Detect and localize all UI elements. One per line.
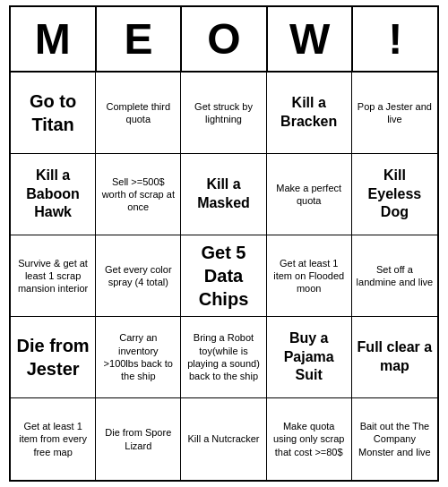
bingo-cell-2: Complete third quota [96,73,181,154]
bingo-cell-5: Pop a Jester and live [352,73,437,154]
header-letter-O: O [182,7,268,71]
cell-text-22: Die from Spore Lizard [99,426,177,452]
bingo-cell-4: Kill a Bracken [267,73,352,154]
header-letter-W: W [268,7,354,71]
bingo-cell-7: Sell >=500$ worth of scrap at once [96,154,181,235]
cell-text-17: Carry an inventory >100lbs back to the s… [99,331,177,382]
bingo-card: MEOW! Go to TitanComplete third quotaGet… [9,5,439,482]
bingo-cell-13: Get 5 Data Chips [181,235,266,317]
bingo-cell-15: Set off a landmine and live [352,235,437,317]
cell-text-3: Get struck by lightning [185,100,262,126]
cell-text-2: Complete third quota [99,100,177,126]
bingo-cell-12: Get every color spray (4 total) [96,235,181,317]
cell-text-11: Survive & get at least 1 scrap mansion i… [14,257,91,295]
cell-text-13: Get 5 Data Chips [185,241,262,311]
bingo-cell-18: Bring a Robot toy(while is playing a sou… [181,317,266,398]
cell-text-1: Go to Titan [14,90,91,136]
cell-text-25: Bait out the The Company Monster and liv… [356,420,434,458]
bingo-cell-8: Kill a Masked [181,154,266,235]
header-letter-M: M [11,7,97,71]
header-letter-E: E [97,7,183,71]
bingo-cell-21: Get at least 1 item from every free map [11,398,96,480]
cell-text-15: Set off a landmine and live [356,263,434,289]
cell-text-14: Get at least 1 item on Flooded moon [271,257,348,295]
cell-text-23: Kill a Nutcracker [187,432,259,445]
bingo-cell-9: Make a perfect quota [267,154,352,235]
cell-text-8: Kill a Masked [185,175,262,213]
cell-text-24: Make quota using only scrap that cost >=… [271,420,348,458]
bingo-cell-24: Make quota using only scrap that cost >=… [267,398,352,480]
cell-text-7: Sell >=500$ worth of scrap at once [99,175,177,214]
cell-text-16: Die from Jester [14,334,91,380]
bingo-cell-14: Get at least 1 item on Flooded moon [267,235,352,317]
bingo-cell-20: Full clear a map [352,317,437,398]
cell-text-10: Kill Eyeless Dog [356,167,434,222]
bingo-cell-6: Kill a Baboon Hawk [11,154,96,235]
bingo-cell-23: Kill a Nutcracker [181,398,266,480]
bingo-cell-17: Carry an inventory >100lbs back to the s… [96,317,181,398]
bingo-header: MEOW! [11,7,437,73]
cell-text-21: Get at least 1 item from every free map [14,420,91,458]
cell-text-9: Make a perfect quota [271,182,348,208]
bingo-cell-22: Die from Spore Lizard [96,398,181,480]
bingo-cell-19: Buy a Pajama Suit [267,317,352,398]
cell-text-4: Kill a Bracken [271,94,348,132]
cell-text-19: Buy a Pajama Suit [271,329,348,385]
cell-text-18: Bring a Robot toy(while is playing a sou… [185,331,262,382]
header-letter-!: ! [353,7,437,71]
cell-text-5: Pop a Jester and live [356,100,434,126]
bingo-grid: Go to TitanComplete third quotaGet struc… [11,73,437,480]
bingo-cell-10: Kill Eyeless Dog [352,154,437,235]
bingo-cell-3: Get struck by lightning [181,73,266,154]
bingo-cell-1: Go to Titan [11,73,96,154]
cell-text-12: Get every color spray (4 total) [99,263,177,289]
cell-text-6: Kill a Baboon Hawk [14,167,91,222]
bingo-cell-11: Survive & get at least 1 scrap mansion i… [11,235,96,317]
bingo-cell-25: Bait out the The Company Monster and liv… [352,398,437,480]
bingo-cell-16: Die from Jester [11,317,96,398]
cell-text-20: Full clear a map [356,338,434,376]
